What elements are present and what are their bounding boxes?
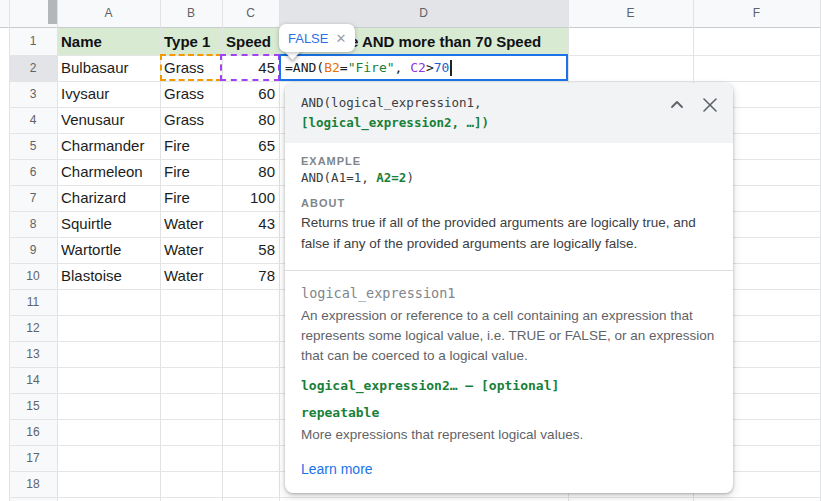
param2-name-optional: logical_expression2… – [optional]: [301, 378, 717, 393]
formula-edit-cell-d2[interactable]: =AND(B2="Fire", C2>70: [279, 54, 568, 81]
range-highlight-c2: [220, 54, 280, 81]
gridline: [9, 497, 821, 498]
example-code-pre: AND(A1=1,: [301, 170, 376, 185]
cell-c5[interactable]: 65: [222, 133, 279, 159]
cell-a1[interactable]: Name: [61, 28, 157, 55]
example-label: EXAMPLE: [301, 155, 717, 167]
row-header-17[interactable]: 17: [9, 445, 57, 471]
row-header-16[interactable]: 16: [9, 419, 57, 445]
gridline: [57, 0, 58, 501]
row-header-6[interactable]: 6: [9, 159, 57, 185]
cell-a2[interactable]: Bulbasaur: [61, 55, 157, 81]
formula-token-ref-b2: B2: [324, 60, 340, 75]
cell-c9[interactable]: 58: [222, 237, 279, 263]
example-code: AND(A1=1, A2=2): [301, 170, 717, 185]
cell-b8[interactable]: Water: [164, 211, 219, 237]
cell-c10[interactable]: 78: [222, 263, 279, 289]
text-caret: [450, 60, 452, 76]
about-text: Returns true if all of the provided argu…: [301, 212, 717, 254]
row-header-1[interactable]: 1: [9, 28, 57, 55]
popup-body: EXAMPLE AND(A1=1, A2=2) ABOUT Returns tr…: [285, 155, 733, 478]
function-signature-line2: [logical_expression2, …]): [301, 113, 717, 133]
cell-d1-visible-text[interactable]: e AND more than 70 Speed: [350, 28, 566, 55]
row-header-5[interactable]: 5: [9, 133, 57, 159]
chip-close-icon[interactable]: ✕: [335, 31, 346, 46]
column-header-a[interactable]: A: [57, 0, 160, 27]
row-header-3[interactable]: 3: [9, 81, 57, 107]
cell-b9[interactable]: Water: [164, 237, 219, 263]
cell-c4[interactable]: 80: [222, 107, 279, 133]
collapse-chevron-up-icon[interactable]: [669, 98, 687, 116]
param1-name: logical_expression1: [301, 285, 717, 301]
cell-c6[interactable]: 80: [222, 159, 279, 185]
example-code-post: ): [406, 170, 414, 185]
function-signature-line1: AND(logical_expression1,: [301, 93, 717, 113]
formula-token-number: 70: [434, 60, 450, 75]
cell-c1[interactable]: Speed: [226, 28, 278, 55]
cell-b4[interactable]: Grass: [164, 107, 219, 133]
cell-a8[interactable]: Squirtle: [61, 211, 157, 237]
formula-token-equals: =: [340, 60, 348, 75]
row-header-11[interactable]: 11: [9, 289, 57, 315]
formula-token-gt: >: [426, 60, 434, 75]
row-header-8[interactable]: 8: [9, 211, 57, 237]
formula-token-comma: ,: [395, 60, 411, 75]
cell-a5[interactable]: Charmander: [61, 133, 157, 159]
row-header-15[interactable]: 15: [9, 393, 57, 419]
repeatable-label: repeatable: [301, 405, 717, 420]
spreadsheet-app: A B C D E F Name Type 1 Speed e AND more…: [0, 0, 821, 501]
formula-result-value: FALSE: [288, 31, 328, 46]
learn-more-link[interactable]: Learn more: [301, 461, 373, 477]
cell-a3[interactable]: Ivysaur: [61, 81, 157, 107]
row-header-18[interactable]: 18: [9, 471, 57, 497]
cell-a9[interactable]: Wartortle: [61, 237, 157, 263]
param1-description: An expression or reference to a cell con…: [301, 306, 715, 366]
row-header-7[interactable]: 7: [9, 185, 57, 211]
formula-result-chip[interactable]: FALSE ✕: [279, 24, 355, 52]
cell-b3[interactable]: Grass: [164, 81, 219, 107]
column-header-c[interactable]: C: [222, 0, 279, 27]
column-header-f[interactable]: F: [693, 0, 820, 27]
column-header-b[interactable]: B: [160, 0, 222, 27]
row-header-12[interactable]: 12: [9, 315, 57, 341]
formula-token-string: "Fire": [348, 60, 395, 75]
corner-select-all-handle[interactable]: [48, 0, 57, 24]
column-header-e[interactable]: E: [568, 0, 693, 27]
about-label: ABOUT: [301, 197, 717, 209]
cell-b6[interactable]: Fire: [164, 159, 219, 185]
cell-c3[interactable]: 60: [222, 81, 279, 107]
row-header-14[interactable]: 14: [9, 367, 57, 393]
row-header-10[interactable]: 10: [9, 263, 57, 289]
popup-header: AND(logical_expression1, [logical_expres…: [285, 83, 733, 143]
range-highlight-b2: [160, 54, 222, 81]
row-header-4[interactable]: 4: [9, 107, 57, 133]
column-header-d[interactable]: D: [279, 0, 568, 27]
row-header-2[interactable]: 2: [9, 55, 57, 81]
cell-a6[interactable]: Charmeleon: [61, 159, 157, 185]
cell-a10[interactable]: Blastoise: [61, 263, 157, 289]
cell-b10[interactable]: Water: [164, 263, 219, 289]
cell-c7[interactable]: 100: [222, 185, 279, 211]
cell-b5[interactable]: Fire: [164, 133, 219, 159]
close-icon[interactable]: [701, 96, 719, 114]
cell-b7[interactable]: Fire: [164, 185, 219, 211]
example-code-highlight: A2=2: [376, 170, 406, 185]
cell-c8[interactable]: 43: [222, 211, 279, 237]
popup-divider: [285, 270, 733, 271]
cell-b1[interactable]: Type 1: [164, 28, 220, 55]
cell-a4[interactable]: Venusaur: [61, 107, 157, 133]
function-help-popup: AND(logical_expression1, [logical_expres…: [285, 83, 733, 493]
cell-a7[interactable]: Charizard: [61, 185, 157, 211]
formula-token-function: =AND(: [285, 60, 324, 75]
repeatable-description: More expressions that represent logical …: [301, 425, 715, 445]
row-header-13[interactable]: 13: [9, 341, 57, 367]
row-header-9[interactable]: 9: [9, 237, 57, 263]
formula-token-ref-c2: C2: [410, 60, 426, 75]
